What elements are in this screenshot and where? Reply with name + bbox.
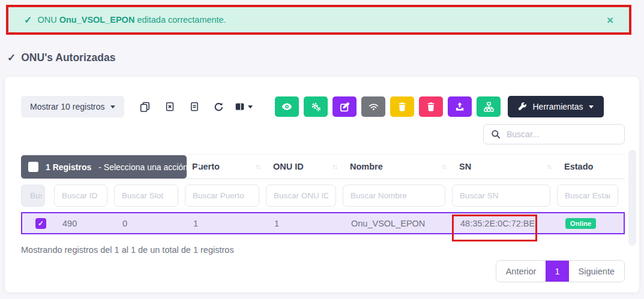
upload-icon: [455, 102, 465, 111]
wifi-button[interactable]: [361, 96, 385, 117]
column-header-sn[interactable]: SN ↑↓: [452, 162, 557, 171]
page-title: ✓ ONU's Autorizadas: [7, 52, 115, 64]
select-all-checkbox[interactable]: [28, 162, 38, 172]
table-scrollbar[interactable]: [628, 150, 636, 246]
export-excel-button[interactable]: [157, 96, 182, 117]
copy-button[interactable]: [133, 96, 157, 117]
selection-action-dropdown[interactable]: 1 Registros - Selecciona una acción: [21, 155, 187, 179]
previous-page-button[interactable]: Anterior: [496, 261, 546, 282]
selection-action-label: - Selecciona una acción: [98, 162, 188, 172]
success-alert: ✓ ONU Onu_VSOL_EPON editada correctament…: [6, 5, 631, 35]
filter-row: [21, 183, 625, 207]
trash-red-button[interactable]: [419, 96, 443, 117]
gears-icon: [311, 102, 321, 112]
alert-suffix: editada correctamente.: [137, 15, 226, 25]
copy-icon: [140, 102, 150, 112]
row-checkbox[interactable]: ✓: [35, 218, 46, 229]
column-header-onu-id[interactable]: ONU ID ↑↓: [266, 162, 343, 171]
alert-prefix: ONU: [37, 15, 56, 25]
filter-slot-input[interactable]: [114, 185, 178, 207]
upload-button[interactable]: [448, 96, 472, 117]
column-header-nombre[interactable]: Nombre ↑↓: [343, 162, 452, 171]
search-row: [21, 124, 625, 144]
column-label: Nombre: [350, 162, 383, 171]
chevron-down-icon: [110, 105, 115, 108]
row-action-buttons: [275, 96, 501, 117]
status-badge: Online: [565, 218, 596, 229]
tools-dropdown-button[interactable]: Herramientas: [508, 96, 603, 117]
column-label: ONU ID: [273, 162, 304, 171]
pagination-row: Anterior 1 Siguiente: [21, 260, 625, 282]
trash-yellow-button[interactable]: [390, 96, 414, 117]
pagination: Anterior 1 Siguiente: [496, 260, 625, 282]
trash-icon: [426, 102, 436, 111]
wrench-icon: [518, 102, 527, 111]
alert-onu-name: Onu_VSOL_EPON: [59, 15, 135, 25]
excel-icon: [165, 102, 175, 111]
filter-puerto-input[interactable]: [185, 185, 259, 207]
table-header-row: 1 Registros - Selecciona una acción Puer…: [21, 154, 625, 179]
search-box: [483, 124, 625, 144]
cell-estado: Online: [558, 218, 624, 229]
close-icon[interactable]: ×: [607, 14, 613, 26]
sort-icon: ↑↓: [442, 163, 447, 170]
filter-onu-id-input[interactable]: [266, 185, 336, 207]
cell-sn: 48:35:2E:0C:72:BE: [453, 219, 558, 228]
columns-icon: [235, 102, 245, 111]
chevron-down-icon: [589, 105, 594, 108]
toolbar: Mostrar 10 registros: [21, 96, 625, 117]
row-checkbox-cell: ✓: [22, 218, 55, 229]
search-input[interactable]: [507, 129, 617, 139]
column-label: SN: [459, 162, 471, 171]
wifi-icon: [368, 102, 379, 112]
filter-estado-input[interactable]: [557, 185, 618, 207]
trash-icon: [397, 102, 407, 111]
alert-message: ONU Onu_VSOL_EPON editada correctamente.: [37, 15, 226, 25]
cell-onu-id: 1: [267, 219, 344, 228]
next-page-button[interactable]: Siguiente: [569, 261, 624, 282]
network-button[interactable]: [477, 96, 501, 117]
refresh-icon: [214, 102, 224, 112]
cell-slot: 0: [115, 219, 186, 228]
filter-nombre-input[interactable]: [343, 185, 445, 207]
filter-checkbox-input: [21, 185, 45, 207]
eye-icon: [281, 101, 292, 112]
export-icon-group: [133, 96, 256, 117]
show-entries-dropdown[interactable]: Mostrar 10 registros: [21, 96, 124, 117]
edit-button[interactable]: [333, 96, 357, 117]
records-info: Mostrando registros del 1 al 1 de un tot…: [21, 245, 625, 255]
tools-label: Herramientas: [532, 102, 583, 111]
refresh-button[interactable]: [206, 96, 231, 117]
chevron-down-icon: [248, 105, 253, 108]
edit-icon: [340, 102, 350, 112]
current-page-button[interactable]: 1: [546, 261, 568, 282]
selected-count: 1 Registros: [46, 162, 91, 172]
sort-icon: ↑↓: [256, 163, 260, 170]
search-icon: [491, 129, 501, 139]
table-row[interactable]: ✓ 490 0 1 1 Onu_VSOL_EPON 48:35:2E:0C:72…: [21, 212, 625, 234]
cell-id: 490: [55, 219, 115, 228]
export-file-button[interactable]: [182, 96, 206, 117]
sn-value: 48:35:2E:0C:72:BE: [460, 219, 535, 228]
file-icon: [190, 102, 199, 111]
sort-icon: ↑↓: [547, 163, 552, 170]
column-header-estado[interactable]: Estado: [557, 162, 625, 171]
sort-icon: ↑↓: [333, 163, 337, 170]
page-title-text: ONU's Autorizadas: [21, 52, 115, 64]
check-icon: ✓: [7, 52, 16, 64]
show-entries-label: Mostrar 10 registros: [30, 102, 104, 111]
view-button[interactable]: [275, 96, 299, 117]
filter-id-input[interactable]: [54, 185, 107, 207]
check-icon: ✓: [24, 14, 32, 26]
cell-nombre: Onu_VSOL_EPON: [344, 219, 453, 228]
column-label: Estado: [564, 162, 593, 171]
config-button[interactable]: [304, 96, 328, 117]
cell-puerto: 1: [186, 219, 267, 228]
filter-sn-input[interactable]: [452, 185, 550, 207]
chevron-down-icon: [196, 165, 201, 168]
table-card: Mostrar 10 registros: [5, 77, 639, 292]
sitemap-icon: [484, 102, 494, 112]
column-visibility-button[interactable]: [231, 96, 256, 117]
